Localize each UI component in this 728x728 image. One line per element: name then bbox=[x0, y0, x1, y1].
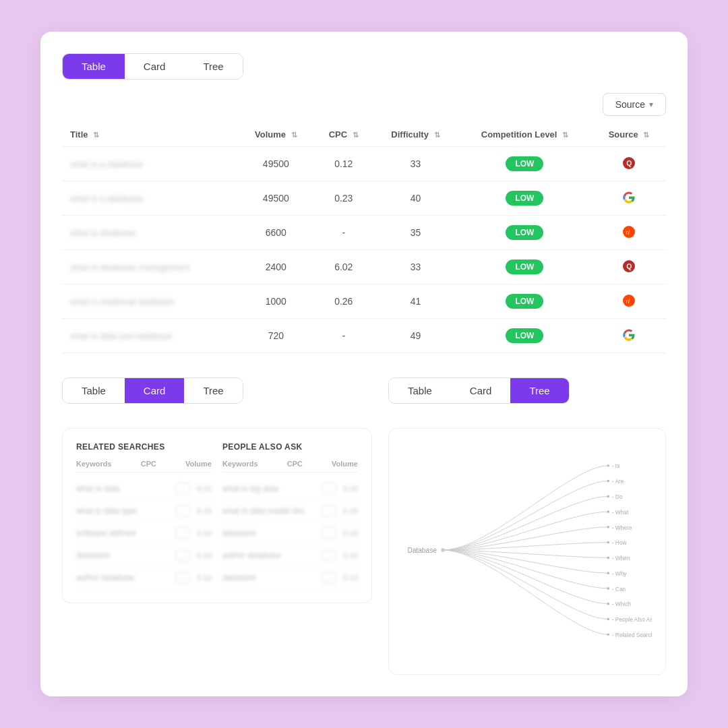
card-row-item: author database - 0-10 bbox=[76, 567, 212, 589]
tree-branch-dot bbox=[607, 464, 609, 467]
card-row-item: what is data - 0-10 bbox=[76, 478, 212, 500]
card-vol: 0-10 bbox=[197, 574, 212, 582]
people-also-ask-col: PEOPLE ALSO ASK Keywords CPC Volume what… bbox=[222, 442, 358, 589]
bottom-right-panel: Table Card Tree Database- Is- Are- Do- W… bbox=[388, 377, 666, 675]
card-vol: 0-10 bbox=[343, 507, 358, 515]
tree-branch-dot bbox=[607, 480, 609, 483]
tree-branch-dot bbox=[607, 541, 609, 544]
tree-branch-line bbox=[443, 481, 608, 550]
cell-source bbox=[592, 181, 666, 216]
card-vol: 0-10 bbox=[197, 529, 212, 537]
tree-branch-dot bbox=[607, 557, 609, 559]
cell-title: what is database management bbox=[62, 250, 238, 284]
card-sections: RELATED SEARCHES Keywords CPC Volume wha… bbox=[76, 442, 358, 589]
tab-card-bottom-right[interactable]: Card bbox=[451, 378, 511, 403]
related-searches-col: RELATED SEARCHES Keywords CPC Volume wha… bbox=[76, 442, 212, 589]
cell-difficulty: 33 bbox=[373, 250, 458, 284]
col-difficulty[interactable]: Difficulty ⇅ bbox=[373, 123, 458, 147]
card-row-item: datastore - 0-10 bbox=[76, 545, 212, 567]
tree-svg: Database- Is- Are- Do- What- Where- How-… bbox=[402, 442, 652, 658]
svg-text:Q: Q bbox=[626, 158, 632, 166]
tree-root-label: Database bbox=[407, 547, 437, 554]
card-vol: 0-10 bbox=[197, 507, 212, 515]
people-also-ask-header: Keywords CPC Volume bbox=[222, 460, 358, 473]
cell-volume: 49500 bbox=[238, 147, 313, 181]
source-dropdown-button[interactable]: Source bbox=[603, 93, 666, 116]
card-cpc: - bbox=[175, 505, 190, 517]
cell-volume: 1000 bbox=[238, 284, 313, 319]
tree-branch-dot bbox=[607, 510, 609, 513]
tab-table-bottom-left[interactable]: Table bbox=[63, 378, 125, 403]
col-competition[interactable]: Competition Level ⇅ bbox=[458, 123, 592, 147]
table-row: what is a database 49500 0.23 40 LOW bbox=[62, 181, 666, 216]
tab-tree-bottom-left[interactable]: Tree bbox=[184, 378, 242, 403]
tree-branch-dot bbox=[607, 495, 609, 497]
tab-card-top[interactable]: Card bbox=[125, 54, 185, 79]
cell-competition: LOW bbox=[458, 250, 592, 284]
tree-branch-label: - Do bbox=[612, 493, 623, 500]
tree-branch-label: - How bbox=[612, 539, 628, 546]
tree-branch-line bbox=[443, 496, 608, 550]
main-container: Table Card Tree Source Title ⇅ Volume ⇅ … bbox=[40, 32, 688, 696]
cell-cpc: 6.02 bbox=[314, 250, 373, 284]
tree-branch-label: - Can bbox=[612, 586, 626, 593]
cell-cpc: 0.23 bbox=[314, 181, 373, 216]
cell-competition: LOW bbox=[458, 147, 592, 181]
kw-header-related: Keywords bbox=[76, 460, 112, 468]
cell-source: r/ bbox=[592, 216, 666, 250]
table-row: what is relational database 1000 0.26 41… bbox=[62, 284, 666, 319]
kw-header-paa: Keywords bbox=[222, 460, 258, 468]
cell-cpc: - bbox=[314, 319, 373, 353]
tree-branch-label: - Why bbox=[612, 570, 628, 577]
main-data-table: Title ⇅ Volume ⇅ CPC ⇅ Difficulty ⇅ Comp… bbox=[62, 123, 666, 353]
card-kw: datastore bbox=[222, 528, 315, 538]
card-row-item: datastore - 0-10 bbox=[222, 522, 358, 545]
cell-competition: LOW bbox=[458, 181, 592, 216]
cell-difficulty: 40 bbox=[373, 181, 458, 216]
col-cpc[interactable]: CPC ⇅ bbox=[314, 123, 373, 147]
top-controls: Source bbox=[62, 93, 666, 116]
vol-header-related: Volume bbox=[185, 460, 212, 468]
card-cpc: - bbox=[322, 505, 336, 517]
badge-low: LOW bbox=[506, 328, 543, 343]
col-source[interactable]: Source ⇅ bbox=[592, 123, 666, 147]
cell-competition: LOW bbox=[458, 216, 592, 250]
badge-low: LOW bbox=[506, 225, 543, 240]
badge-low: LOW bbox=[506, 156, 543, 171]
card-kw: author database bbox=[222, 551, 315, 560]
badge-low: LOW bbox=[506, 260, 543, 274]
card-panel: RELATED SEARCHES Keywords CPC Volume wha… bbox=[62, 428, 372, 603]
paa-rows: what is big data - 0-10 what is data mod… bbox=[222, 478, 358, 589]
card-kw: what is data type bbox=[76, 506, 169, 516]
tab-tree-bottom-right[interactable]: Tree bbox=[510, 378, 568, 403]
cell-source: Q bbox=[592, 250, 666, 284]
card-cpc: - bbox=[322, 549, 336, 562]
cell-source: r/ bbox=[592, 284, 666, 319]
card-cpc: - bbox=[175, 572, 190, 584]
tree-branch-line bbox=[443, 550, 608, 634]
cell-competition: LOW bbox=[458, 284, 592, 319]
bottom-right-tab-group: Table Card Tree bbox=[388, 377, 570, 404]
svg-text:r/: r/ bbox=[626, 228, 630, 235]
card-row-item: software defined - 0-10 bbox=[76, 522, 212, 545]
sort-icon-competition: ⇅ bbox=[562, 131, 568, 140]
card-cpc: - bbox=[175, 483, 190, 495]
cell-difficulty: 33 bbox=[373, 147, 458, 181]
tab-table-top[interactable]: Table bbox=[63, 54, 125, 79]
cell-volume: 2400 bbox=[238, 250, 313, 284]
card-cpc: - bbox=[322, 572, 336, 584]
tree-panel: Database- Is- Are- Do- What- Where- How-… bbox=[388, 428, 666, 675]
cell-difficulty: 49 bbox=[373, 319, 458, 353]
sort-icon-title: ⇅ bbox=[93, 131, 99, 140]
tab-card-bottom-left[interactable]: Card bbox=[125, 378, 185, 403]
tree-branch-dot bbox=[607, 526, 609, 528]
vol-header-paa: Volume bbox=[332, 460, 358, 468]
col-title[interactable]: Title ⇅ bbox=[62, 123, 238, 147]
tree-branch-label: - People Also Ask bbox=[612, 616, 652, 623]
col-volume[interactable]: Volume ⇅ bbox=[238, 123, 313, 147]
card-cpc: - bbox=[175, 549, 190, 562]
tab-table-bottom-right[interactable]: Table bbox=[389, 378, 451, 403]
tree-branch-dot bbox=[607, 633, 609, 636]
tab-tree-top[interactable]: Tree bbox=[184, 54, 242, 79]
card-cpc: - bbox=[175, 527, 190, 539]
